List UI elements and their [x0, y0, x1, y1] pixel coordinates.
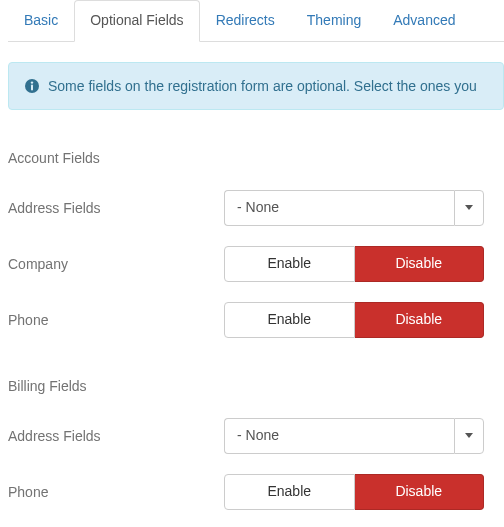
account-company-label: Company: [8, 256, 224, 272]
settings-tabs: Basic Optional Fields Redirects Theming …: [8, 0, 504, 42]
account-address-label: Address Fields: [8, 200, 224, 216]
account-address-dropdown[interactable]: - None: [224, 190, 484, 226]
account-company-toggle: Enable Disable: [224, 246, 484, 282]
info-alert-text: Some fields on the registration form are…: [48, 78, 477, 94]
tab-basic[interactable]: Basic: [8, 0, 74, 42]
account-company-enable[interactable]: Enable: [224, 246, 355, 282]
tab-redirects[interactable]: Redirects: [200, 0, 291, 42]
account-phone-enable[interactable]: Enable: [224, 302, 355, 338]
account-phone-disable[interactable]: Disable: [355, 302, 485, 338]
billing-phone-label: Phone: [8, 484, 224, 500]
info-icon: [24, 78, 40, 94]
billing-address-dropdown-toggle[interactable]: [454, 418, 484, 454]
tab-optional-fields[interactable]: Optional Fields: [74, 0, 199, 42]
billing-phone-enable[interactable]: Enable: [224, 474, 355, 510]
billing-phone-toggle: Enable Disable: [224, 474, 484, 510]
chevron-down-icon: [465, 433, 473, 438]
account-fields-heading: Account Fields: [8, 150, 504, 166]
billing-fields-heading: Billing Fields: [8, 378, 504, 394]
account-address-dropdown-toggle[interactable]: [454, 190, 484, 226]
info-alert: Some fields on the registration form are…: [8, 62, 504, 110]
billing-address-dropdown-value[interactable]: - None: [224, 418, 454, 454]
account-phone-toggle: Enable Disable: [224, 302, 484, 338]
chevron-down-icon: [465, 205, 473, 210]
tab-theming[interactable]: Theming: [291, 0, 377, 42]
svg-point-1: [31, 81, 33, 83]
svg-rect-2: [31, 85, 33, 91]
account-company-disable[interactable]: Disable: [355, 246, 485, 282]
billing-address-label: Address Fields: [8, 428, 224, 444]
billing-phone-disable[interactable]: Disable: [355, 474, 485, 510]
account-address-dropdown-value[interactable]: - None: [224, 190, 454, 226]
account-phone-label: Phone: [8, 312, 224, 328]
billing-address-dropdown[interactable]: - None: [224, 418, 484, 454]
tab-advanced[interactable]: Advanced: [377, 0, 471, 42]
